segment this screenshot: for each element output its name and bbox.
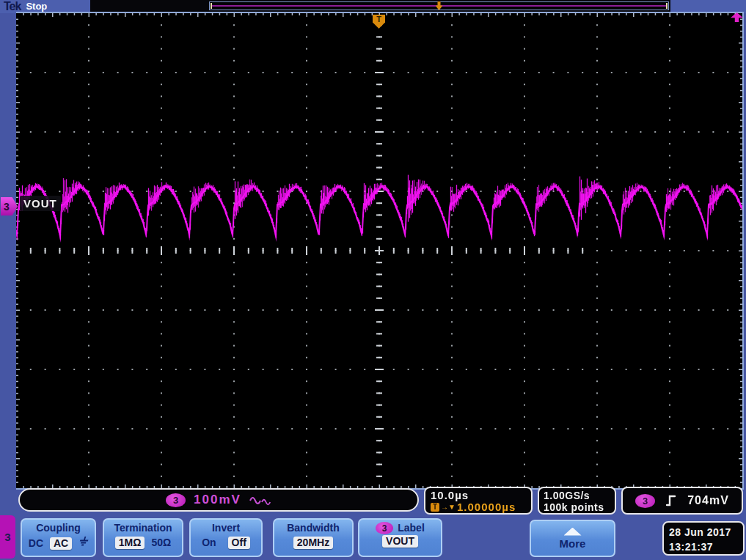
channel3-waveform-label: VOUT — [20, 196, 61, 211]
label-channel-badge: 3 — [376, 522, 393, 534]
bandwidth-value-selected[interactable]: 20MHz — [293, 537, 333, 549]
invert-option-off-selected[interactable]: Off — [228, 537, 250, 549]
tek-logo: Tek — [4, 1, 21, 12]
more-button[interactable]: More — [530, 520, 615, 557]
trigger-t-icon: T — [431, 503, 439, 512]
more-up-arrow-icon — [564, 528, 582, 536]
more-label: More — [560, 537, 586, 550]
coupling-option-ac-selected[interactable]: AC — [50, 537, 72, 550]
timebase-value: 10.0µs — [431, 490, 526, 501]
coupling-option-dc[interactable]: DC — [29, 537, 43, 550]
trigger-position-value: 1.00000µs — [457, 501, 516, 512]
ground-coupling-icon[interactable] — [76, 537, 90, 550]
trigger-position-readout: T →▼ 1.00000µs — [431, 501, 526, 512]
expansion-bracket-right — [666, 3, 668, 9]
sample-rate-value: 1.00GS/s — [544, 490, 610, 501]
bandwidth-button[interactable]: Bandwidth 20MHz — [273, 518, 354, 557]
invert-option-on[interactable]: On — [202, 537, 216, 549]
acquisition-readout: 1.00GS/s 100k points — [538, 487, 616, 515]
record-view-bar — [209, 1, 669, 10]
trigger-source-badge: 3 — [635, 494, 655, 508]
oscilloscope-screen: Tek Stop T 3 VOUT 3 100mV 10.0µs T →▼ 1.… — [0, 0, 746, 560]
date-value: 28 Jun 2017 — [669, 525, 743, 539]
channel3-scale-value: 100mV — [194, 493, 241, 507]
channel3-scale-readout: 3 100mV — [18, 488, 419, 512]
title-bar: Tek Stop — [0, 0, 746, 13]
channel3-menu-tab[interactable]: 3 — [0, 515, 15, 559]
invert-button[interactable]: Invert On Off — [189, 518, 263, 557]
record-length-value: 100k points — [544, 501, 610, 513]
termination-option-1mohm-selected[interactable]: 1MΩ — [115, 537, 145, 549]
timebase-readout: 10.0µs T →▼ 1.00000µs — [424, 487, 533, 515]
acquisition-status: Stop — [26, 1, 47, 12]
termination-button[interactable]: Termination 1MΩ 50Ω — [103, 518, 183, 557]
rising-edge-slope-icon — [666, 494, 676, 507]
coupling-button[interactable]: Coupling DC AC — [21, 518, 96, 557]
time-value: 13:21:37 — [669, 539, 743, 554]
datetime-readout: 28 Jun 2017 13:21:37 — [662, 521, 745, 556]
graticule-canvas — [16, 13, 742, 488]
bandwidth-title: Bandwidth — [274, 522, 352, 534]
title-bar-right-spacer — [670, 0, 746, 13]
coupling-title: Coupling — [22, 522, 95, 534]
ac-ripple-icon — [249, 495, 271, 506]
channel3-position-marker[interactable]: 3 — [1, 197, 18, 215]
brand-area: Tek Stop — [0, 0, 90, 13]
trigger-readout: 3 704mV — [621, 487, 743, 515]
label-button[interactable]: 3 Label VOUT — [358, 518, 442, 557]
termination-option-50ohm[interactable]: 50Ω — [151, 537, 171, 549]
invert-title: Invert — [191, 522, 261, 534]
termination-title: Termination — [104, 522, 182, 534]
label-value[interactable]: VOUT — [382, 535, 418, 548]
record-trigger-position-icon[interactable] — [436, 1, 443, 10]
expansion-bracket-left — [211, 3, 212, 9]
label-title: Label — [398, 522, 425, 534]
trigger-arrows-icon: →▼ — [441, 501, 456, 512]
trigger-level-value: 704mV — [687, 494, 729, 507]
channel3-badge: 3 — [166, 493, 186, 507]
